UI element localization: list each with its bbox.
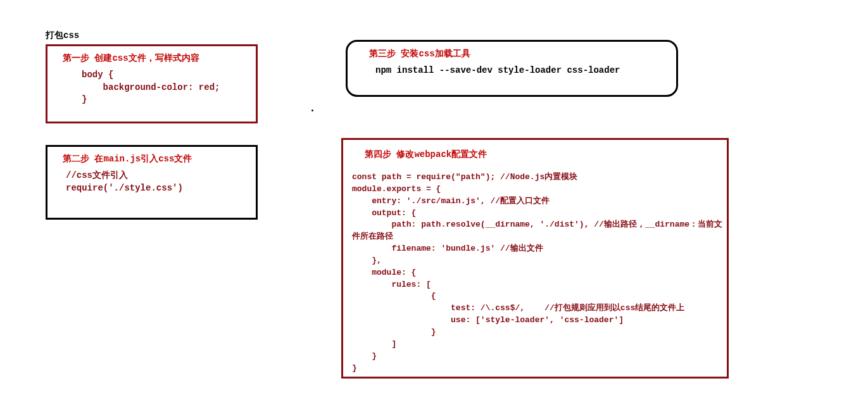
step3-code: npm install --save-dev style-loader css-… xyxy=(356,65,667,77)
page-title: 打包css xyxy=(46,30,79,41)
step4-code: const path = require("path"); //Node.js内… xyxy=(352,172,718,374)
step2-code: //css文件引入 require('./style.css') xyxy=(56,170,247,194)
step4-heading: 第四步 修改webpack配置文件 xyxy=(352,149,718,160)
step4-box: 第四步 修改webpack配置文件 const path = require("… xyxy=(341,138,729,379)
step1-box: 第一步 创建css文件，写样式内容 body { background-colo… xyxy=(46,44,258,123)
step2-box: 第二步 在main.js引入css文件 //css文件引入 require('.… xyxy=(46,145,258,220)
step2-heading: 第二步 在main.js引入css文件 xyxy=(56,153,247,165)
step3-box: 第三步 安装css加载工具 npm install --save-dev sty… xyxy=(346,40,678,97)
step1-code: body { background-color: red; } xyxy=(56,69,247,106)
step3-heading: 第三步 安装css加载工具 xyxy=(356,48,667,59)
decorative-dot xyxy=(311,110,313,111)
step1-heading: 第一步 创建css文件，写样式内容 xyxy=(56,53,247,64)
